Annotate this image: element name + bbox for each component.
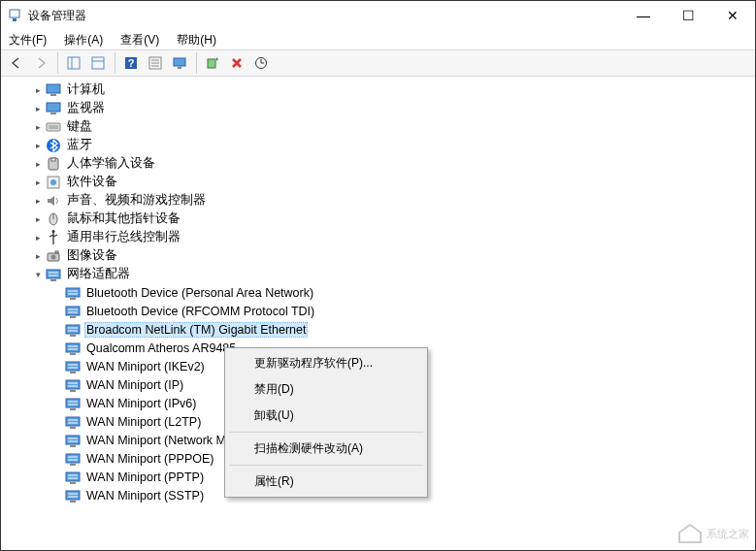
svg-rect-18 [47, 103, 60, 112]
tree-device-label: Bluetooth Device (RFCOMM Protocol TDI) [84, 305, 316, 318]
net-icon [65, 470, 81, 485]
svg-rect-55 [70, 372, 76, 373]
menu-help[interactable]: 帮助(H) [173, 31, 220, 49]
tree-category-hid[interactable]: ▸ 人体学输入设备 [17, 154, 754, 173]
tree-category-usb[interactable]: ▸ 通用串行总线控制器 [17, 228, 754, 246]
spacer [50, 360, 64, 373]
menu-view[interactable]: 查看(V) [116, 31, 163, 49]
svg-rect-78 [66, 472, 80, 481]
chevron-down-icon[interactable]: ▾ [31, 268, 45, 281]
chevron-right-icon[interactable]: ▸ [31, 231, 45, 244]
tree-category-mouse[interactable]: ▸ 鼠标和其他指针设备 [17, 210, 754, 228]
titlebar: 设备管理器 — ☐ ✕ [1, 1, 755, 30]
close-button[interactable]: ✕ [710, 1, 755, 30]
svg-rect-67 [70, 427, 76, 429]
hid-icon [46, 156, 61, 172]
context-menu-separator [229, 432, 423, 433]
spacer [50, 434, 64, 447]
monitor-icon [46, 101, 61, 116]
net-icon [65, 488, 81, 503]
chevron-right-icon[interactable]: ▸ [31, 120, 45, 134]
maximize-button[interactable]: ☐ [666, 1, 710, 30]
context-menu-item[interactable]: 更新驱动程序软件(P)... [227, 350, 425, 376]
net-icon [65, 414, 81, 430]
tree-device-label: WAN Miniport (SSTP) [84, 489, 206, 502]
back-button[interactable] [5, 52, 28, 74]
tree-category-label: 蓝牙 [65, 137, 94, 153]
list-view-button[interactable] [144, 52, 167, 74]
show-hidden-button[interactable] [62, 52, 85, 74]
svg-rect-59 [70, 390, 76, 392]
spacer [50, 341, 64, 355]
uninstall-button[interactable] [225, 52, 248, 74]
svg-rect-50 [66, 343, 80, 352]
tree-category-label: 键盘 [65, 118, 94, 135]
svg-rect-71 [70, 445, 76, 447]
net-icon [65, 322, 81, 338]
tree-device-item[interactable]: Bluetooth Device (Personal Area Network) [17, 283, 754, 302]
tree-device-item[interactable]: Broadcom NetLink (TM) Gigabit Ethernet [17, 320, 754, 339]
tree-category-label: 监视器 [65, 100, 107, 116]
tree-device-label: WAN Miniport (IP) [84, 378, 185, 392]
svg-rect-2 [68, 57, 80, 69]
svg-rect-1 [13, 18, 16, 21]
tree-device-label: Bluetooth Device (Personal Area Network) [84, 286, 315, 300]
tree-category-audio[interactable]: ▸ 声音、视频和游戏控制器 [17, 191, 754, 210]
svg-point-27 [50, 179, 56, 185]
chevron-right-icon[interactable]: ▸ [31, 194, 45, 208]
svg-rect-4 [92, 57, 104, 69]
context-menu-item[interactable]: 卸载(U) [227, 403, 425, 429]
software-icon [46, 175, 61, 190]
tree-category-keyboard[interactable]: ▸ 键盘 [17, 117, 754, 136]
net-icon [65, 359, 81, 374]
spacer [50, 286, 64, 300]
tree-category-network[interactable]: ▾ 网络适配器 [17, 265, 754, 283]
context-menu-item[interactable]: 属性(R) [227, 469, 425, 495]
menu-file[interactable]: 文件(F) [5, 31, 50, 49]
context-menu-item[interactable]: 禁用(D) [227, 376, 425, 403]
spacer [50, 489, 64, 502]
chevron-right-icon[interactable]: ▸ [31, 176, 45, 189]
svg-rect-0 [10, 10, 19, 17]
tree-category-label: 网络适配器 [65, 266, 132, 282]
properties-button[interactable] [86, 52, 110, 74]
svg-point-30 [52, 230, 55, 233]
svg-rect-34 [47, 270, 60, 278]
svg-rect-74 [66, 454, 80, 463]
svg-rect-83 [70, 501, 76, 502]
spacer [50, 323, 64, 337]
context-menu-separator [229, 465, 423, 466]
svg-point-32 [51, 254, 56, 259]
chevron-right-icon[interactable]: ▸ [31, 139, 45, 152]
svg-rect-46 [66, 325, 80, 334]
tree-device-item[interactable]: Bluetooth Device (RFCOMM Protocol TDI) [17, 302, 754, 320]
svg-rect-20 [47, 123, 60, 131]
tree-category-computer[interactable]: ▸ 计算机 [17, 81, 754, 99]
tree-category-imaging[interactable]: ▸ 图像设备 [17, 246, 754, 265]
chevron-right-icon[interactable]: ▸ [31, 157, 45, 171]
svg-rect-33 [55, 251, 58, 253]
tree-category-software[interactable]: ▸ 软件设备 [17, 173, 754, 191]
spacer [50, 470, 64, 484]
scan-button[interactable] [201, 52, 224, 74]
help-button[interactable]: ? [119, 52, 143, 74]
menu-action[interactable]: 操作(A) [60, 31, 107, 49]
chevron-right-icon[interactable]: ▸ [31, 83, 45, 97]
monitor-button[interactable] [168, 52, 191, 74]
forward-button[interactable] [29, 52, 52, 74]
chevron-right-icon[interactable]: ▸ [31, 212, 45, 226]
update-button[interactable] [249, 52, 273, 74]
chevron-right-icon[interactable]: ▸ [31, 102, 45, 115]
svg-rect-13 [178, 67, 181, 69]
tree-category-bluetooth[interactable]: ▸ 蓝牙 [17, 136, 754, 154]
minimize-button[interactable]: — [621, 1, 666, 30]
tree-category-monitor[interactable]: ▸ 监视器 [17, 99, 754, 117]
tree-category-label: 声音、视频和游戏控制器 [65, 192, 208, 209]
spacer [50, 378, 64, 392]
context-menu: 更新驱动程序软件(P)...禁用(D)卸载(U)扫描检测硬件改动(A)属性(R) [224, 347, 428, 498]
spacer [50, 305, 64, 318]
svg-rect-12 [174, 58, 185, 66]
camera-icon [46, 248, 61, 264]
chevron-right-icon[interactable]: ▸ [31, 249, 45, 263]
context-menu-item[interactable]: 扫描检测硬件改动(A) [227, 436, 425, 462]
